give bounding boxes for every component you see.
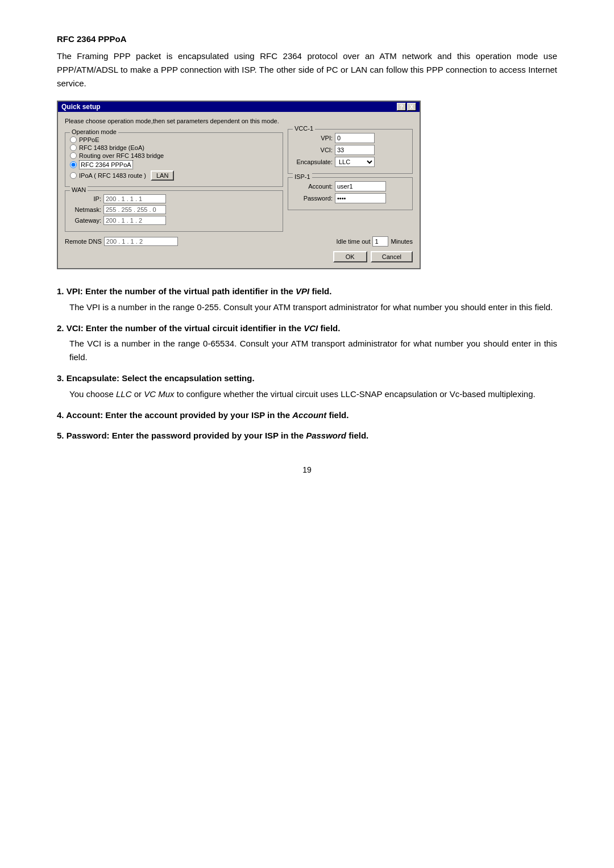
account-input[interactable] (335, 181, 386, 191)
isp1-group: ISP-1 Account: Password: (288, 177, 413, 210)
item5-end: field. (346, 431, 368, 440)
section-title: RFC 2364 PPPoA (57, 34, 557, 44)
list-item-4: 4. Account: Enter the account provided b… (57, 409, 557, 422)
item3-bold: Encapsulate: Select the encapsulation se… (67, 373, 255, 383)
list-item-1-header: 1. VPI: Enter the number of the virtual … (57, 285, 557, 298)
wan-ip-input[interactable]: 200 . 1 . 1 . 1 (103, 194, 166, 203)
wan-group: WAN IP: 200 . 1 . 1 . 1 Netmask: 255 . 2… (65, 190, 283, 232)
radio-rfc1483-label: RFC 1483 bridge (EoA) (79, 144, 144, 151)
titlebar-buttons: ? X (397, 103, 416, 111)
lan-button[interactable]: LAN (151, 170, 174, 181)
vci-label: VCI: (293, 147, 333, 153)
vci-input[interactable] (335, 145, 375, 155)
list-item-3-body: You choose LLC or VC Mux to configure wh… (69, 387, 557, 401)
vpi-input[interactable] (335, 133, 375, 143)
list-item-5-header: 5. Password: Enter the password provided… (57, 429, 557, 443)
item2-num: 2. (57, 323, 67, 333)
radio-rfc2364: RFC 2364 PPPoA (70, 160, 278, 169)
vci-row: VCI: (293, 145, 408, 155)
account-label: Account: (293, 183, 333, 190)
dialog-titlebar: Quick setup ? X (58, 102, 420, 112)
dialog-body: Please choose operation mode,then set pa… (58, 112, 420, 268)
wan-label: WAN (70, 186, 88, 193)
list-item-3: 3. Encapsulate: Select the encapsulation… (57, 372, 557, 401)
wan-gateway-row: Gateway: 200 . 1 . 1 . 2 (70, 216, 278, 225)
radio-routing-label: Routing over RFC 1483 bridge (79, 152, 164, 159)
page-number: 19 (57, 465, 557, 474)
dialog-title: Quick setup (61, 103, 101, 111)
quick-setup-dialog: Quick setup ? X Please choose operation … (57, 101, 421, 269)
wan-gateway-input[interactable]: 200 . 1 . 1 . 2 (103, 216, 166, 225)
close-button[interactable]: X (407, 103, 416, 111)
item1-italic: VPI (296, 286, 309, 296)
list-item-2-body: The VCI is a number in the range 0-65534… (69, 337, 557, 364)
item1-end: field. (309, 286, 331, 296)
wan-gateway-label: Gateway: (70, 217, 101, 224)
remote-dns-value: 200 . 1 . 1 . 2 (106, 238, 143, 245)
list-item-3-header: 3. Encapsulate: Select the encapsulation… (57, 372, 557, 385)
wan-netmask-value: 255 . 255 . 255 . 0 (106, 206, 156, 213)
operation-mode-label: Operation mode (70, 128, 118, 135)
item3-num: 3. (57, 373, 67, 383)
item2-bold: VCI: Enter the number of the virtual cir… (67, 323, 304, 333)
wan-netmask-input[interactable]: 255 . 255 . 255 . 0 (103, 205, 166, 214)
remote-dns-label: Remote DNS (65, 238, 102, 245)
help-button[interactable]: ? (397, 103, 406, 111)
item5-bold: Password: Enter the password provided by… (67, 431, 306, 440)
item4-end: field. (326, 410, 349, 420)
wan-netmask-label: Netmask: (70, 206, 101, 213)
radio-rfc2364-label: RFC 2364 PPPoA (79, 160, 133, 169)
wan-ip-value: 200 . 1 . 1 . 1 (106, 195, 142, 202)
account-row: Account: (293, 181, 408, 191)
vpi-row: VPI: (293, 133, 408, 143)
password-input[interactable] (335, 193, 386, 203)
page-content: RFC 2364 PPPoA The Framing PPP packet is… (57, 34, 557, 474)
encapsulate-label: Encapsulate: (293, 158, 333, 165)
radio-pppoe-input[interactable] (70, 136, 77, 143)
item5-italic: Password (306, 431, 346, 440)
item1-bold: VPI: Enter the number of the virtual pat… (67, 286, 296, 296)
cancel-button[interactable]: Cancel (371, 251, 413, 262)
idle-time-label: Idle time out (337, 238, 371, 245)
ok-button[interactable]: OK (333, 251, 367, 262)
item2-italic: VCI (304, 323, 318, 333)
wan-ip-row: IP: 200 . 1 . 1 . 1 (70, 194, 278, 203)
list-item-5: 5. Password: Enter the password provided… (57, 429, 557, 443)
list-item-1: 1. VPI: Enter the number of the virtual … (57, 285, 557, 314)
wan-netmask-row: Netmask: 255 . 255 . 255 . 0 (70, 205, 278, 214)
vcc1-group: VCC-1 VPI: VCI: Encapsulate: LLC (288, 129, 413, 174)
radio-ipoa-input[interactable] (70, 172, 77, 179)
radio-rfc1483-input[interactable] (70, 144, 77, 151)
radio-pppoe-label: PPPoE (79, 136, 99, 143)
radio-ipoa-label: IPoA ( RFC 1483 route ) (79, 172, 146, 179)
radio-rfc1483: RFC 1483 bridge (EoA) (70, 144, 278, 151)
item4-bold: Account: Enter the account provided by y… (66, 410, 292, 420)
item5-num: 5. (57, 431, 67, 440)
encapsulate-select[interactable]: LLC VC Mux (335, 157, 375, 167)
numbered-list: 1. VPI: Enter the number of the virtual … (57, 285, 557, 443)
item1-num: 1. (57, 286, 67, 296)
remote-dns-row: Remote DNS 200 . 1 . 1 . 2 (65, 237, 178, 246)
intro-text: The Framing PPP packet is encapsulated u… (57, 49, 557, 90)
panel-right: VCC-1 VPI: VCI: Encapsulate: LLC (288, 129, 413, 232)
isp1-label: ISP-1 (293, 173, 312, 180)
idle-time-input[interactable] (372, 236, 388, 247)
vcc1-label: VCC-1 (293, 125, 315, 132)
radio-rfc2364-input[interactable] (70, 161, 77, 168)
dialog-instruction: Please choose operation mode,then set pa… (65, 118, 413, 124)
radio-routing-input[interactable] (70, 152, 77, 159)
list-item-2: 2. VCI: Enter the number of the virtual … (57, 322, 557, 365)
item2-end: field. (318, 323, 340, 333)
password-row: Password: (293, 193, 408, 203)
item4-italic: Account (292, 410, 326, 420)
remote-dns-input[interactable]: 200 . 1 . 1 . 2 (104, 237, 178, 246)
list-item-1-body: The VPI is a number in the range 0-255. … (69, 301, 557, 314)
radio-routing: Routing over RFC 1483 bridge (70, 152, 278, 159)
encapsulate-row: Encapsulate: LLC VC Mux (293, 157, 408, 167)
item4-num: 4. (57, 410, 66, 420)
list-item-2-header: 2. VCI: Enter the number of the virtual … (57, 322, 557, 335)
wan-ip-label: IP: (70, 195, 101, 202)
idle-time-unit: Minutes (391, 238, 413, 245)
operation-mode-group: Operation mode PPPoE RFC 1483 bridge (Eo… (65, 132, 283, 187)
idle-time-row: Idle time out Minutes (337, 236, 413, 247)
